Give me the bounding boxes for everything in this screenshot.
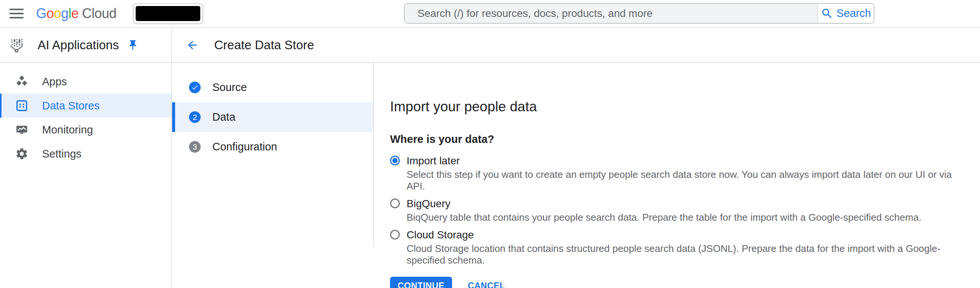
- data-source-options: Import later Select this step if you wan…: [390, 154, 958, 266]
- gear-icon: [15, 147, 29, 161]
- step-label: Source: [212, 81, 247, 94]
- logo-cloud-text: Cloud: [82, 6, 116, 21]
- step-data[interactable]: 2 Data: [172, 102, 373, 132]
- step-source[interactable]: Source: [172, 73, 373, 102]
- gcp-console-screen: Google Cloud Search: [0, 0, 980, 288]
- form-actions: CONTINUE CANCEL: [390, 277, 958, 288]
- question-label: Where is your data?: [390, 133, 958, 145]
- arrow-back-icon: [186, 47, 199, 53]
- sidebar-item-label: Monitoring: [42, 124, 93, 136]
- sidebar-item-apps[interactable]: Apps: [0, 70, 171, 94]
- step-number-badge: 3: [189, 141, 200, 153]
- step-number-badge: 2: [189, 111, 200, 123]
- logo-letter: g: [61, 6, 69, 21]
- product-header: AI Applications: [0, 28, 172, 62]
- unpin-button[interactable]: [127, 39, 138, 51]
- product-name: AI Applications: [38, 38, 119, 52]
- global-search-bar: Search: [404, 3, 874, 24]
- sidebar-item-label: Apps: [42, 76, 67, 88]
- hamburger-icon: [10, 9, 24, 10]
- option-label: BigQuery: [407, 197, 921, 210]
- step-label: Data: [212, 111, 235, 123]
- project-selector-redacted: [136, 6, 200, 21]
- page-heading: Import your people data: [390, 98, 958, 115]
- sidebar-item-label: Settings: [42, 148, 81, 160]
- step-completed-check-icon: [189, 81, 200, 93]
- option-cloud-storage[interactable]: Cloud Storage Cloud Storage location tha…: [390, 229, 958, 266]
- search-input[interactable]: [405, 4, 817, 23]
- option-description: Select this step if you want to create a…: [407, 169, 958, 192]
- sidebar-item-monitoring[interactable]: Monitoring: [0, 118, 171, 142]
- pin-icon: [127, 46, 138, 52]
- wizard-stepper: Source 2 Data 3 Configuration: [172, 63, 374, 247]
- radio-bigquery[interactable]: [390, 199, 400, 208]
- top-app-bar: Google Cloud Search: [0, 0, 980, 28]
- option-import-later[interactable]: Import later Select this step if you wan…: [390, 154, 958, 192]
- radio-import-later[interactable]: [390, 156, 400, 165]
- option-bigquery[interactable]: BigQuery BiqQuery table that contains yo…: [390, 197, 958, 223]
- back-button[interactable]: [183, 36, 201, 54]
- search-button-label: Search: [837, 7, 871, 19]
- option-label: Cloud Storage: [407, 229, 958, 241]
- sidebar-item-label: Data Stores: [42, 100, 100, 112]
- sidebar-item-data-stores[interactable]: Data Stores: [0, 94, 171, 118]
- continue-button[interactable]: CONTINUE: [390, 277, 452, 288]
- sidebar-nav: Apps Data Stores: [0, 63, 172, 288]
- logo-letter: G: [36, 6, 46, 21]
- logo-letter: e: [72, 6, 79, 21]
- product-bar: AI Applications Create Data Store: [0, 28, 980, 63]
- search-icon: [821, 7, 834, 20]
- google-cloud-logo[interactable]: Google Cloud: [36, 6, 116, 21]
- option-description: Cloud Storage location that contains str…: [407, 243, 958, 266]
- cancel-button[interactable]: CANCEL: [466, 280, 507, 288]
- body-row: Apps Data Stores: [0, 63, 980, 288]
- step-configuration[interactable]: 3 Configuration: [172, 132, 373, 162]
- option-description: BiqQuery table that contains your people…: [407, 212, 921, 223]
- main-menu-button[interactable]: [2, 0, 31, 27]
- monitoring-icon: [15, 123, 29, 137]
- project-selector[interactable]: [133, 3, 203, 24]
- sidebar-item-settings[interactable]: Settings: [0, 142, 171, 166]
- ai-applications-icon: [8, 36, 25, 54]
- search-button[interactable]: Search: [817, 4, 873, 23]
- page-title: Create Data Store: [214, 38, 314, 52]
- page-header: Create Data Store: [172, 28, 980, 62]
- main-content: Import your people data Where is your da…: [374, 63, 980, 288]
- option-label: Import later: [407, 154, 958, 167]
- radio-cloud-storage[interactable]: [390, 230, 400, 240]
- apps-icon: [15, 75, 29, 88]
- logo-letter: o: [46, 6, 54, 21]
- step-label: Configuration: [212, 141, 277, 153]
- data-stores-icon: [15, 99, 29, 112]
- logo-letter: l: [68, 6, 72, 21]
- logo-letter: o: [54, 6, 61, 21]
